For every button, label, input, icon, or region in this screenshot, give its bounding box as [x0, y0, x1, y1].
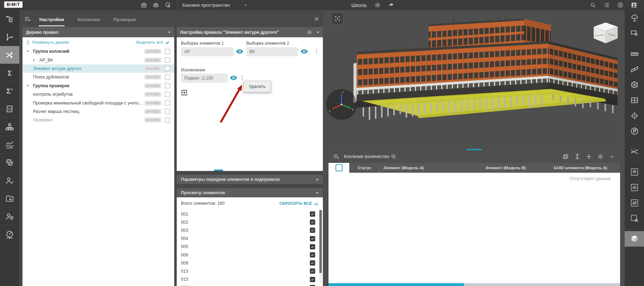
tree-row[interactable]: Группа проверокSHARED [22, 82, 174, 90]
close-icon[interactable] [313, 16, 320, 22]
focus-view-button[interactable] [332, 13, 343, 24]
tree-row[interactable]: АР_ВКSHARED [22, 56, 174, 64]
focus-target-button[interactable] [625, 108, 644, 123]
element-checkbox[interactable] [310, 268, 315, 274]
tab-1[interactable]: Коллизии [77, 14, 100, 26]
app-logo[interactable]: BiMiT [4, 1, 22, 8]
tab-2[interactable]: Проверки [113, 14, 137, 26]
rule-settings-gear-icon[interactable] [307, 30, 312, 35]
row-checkbox[interactable] [165, 83, 170, 88]
view-cube-button[interactable] [625, 231, 644, 247]
element-list-item[interactable]: 015 [177, 275, 318, 284]
user-check-button[interactable] [0, 172, 19, 190]
hide-selection-button[interactable] [625, 195, 644, 211]
selection1-input[interactable]: АР [181, 47, 234, 56]
element-list-item[interactable]: 006 [177, 251, 318, 259]
chevron-down-icon[interactable] [609, 153, 615, 160]
vertical-scrollbar-track[interactable] [319, 210, 322, 284]
tree-button[interactable] [625, 10, 644, 26]
row-checkbox[interactable] [165, 49, 170, 54]
copy-rows-icon[interactable] [562, 153, 569, 160]
rule-tree-header[interactable]: Дерево правил [22, 27, 174, 37]
element-checkbox[interactable] [310, 211, 315, 217]
collision-check-button[interactable] [0, 46, 19, 64]
caret-right-icon[interactable] [33, 59, 36, 62]
element-checkbox[interactable] [310, 260, 315, 266]
tab-0[interactable]: Настройки [39, 14, 65, 26]
show-selection-button[interactable] [625, 180, 644, 195]
axis-gizmo[interactable]: z y x [326, 89, 357, 120]
puzzle-button[interactable] [0, 154, 19, 172]
row-checkbox[interactable] [165, 92, 170, 97]
tree-row[interactable]: Проверка минимальной свободной площади с… [22, 98, 174, 107]
element-checkbox[interactable] [310, 228, 315, 233]
element-list-item[interactable]: 013 [177, 267, 318, 275]
viewport-3d[interactable]: z y x Спереди Справа Коллизии (количеств… [323, 10, 625, 286]
row-checkbox[interactable] [165, 109, 170, 114]
exclusion-visibility-eye-icon[interactable] [230, 75, 238, 81]
column-element-b[interactable]: Элемент (Модель B) [482, 163, 550, 173]
cube-section-button[interactable] [625, 77, 644, 93]
folder-share-button[interactable] [0, 190, 19, 208]
row-checkbox[interactable] [165, 117, 170, 123]
org-chart-button[interactable] [0, 118, 19, 136]
rule-tree-button[interactable] [0, 10, 19, 28]
element-checkbox[interactable] [310, 220, 315, 225]
horizontal-scrollbar-thumb[interactable] [328, 283, 464, 286]
view-cube[interactable]: Спереди Справа [594, 23, 618, 43]
select-all-checkbox[interactable] [336, 164, 343, 171]
grid-axes-button[interactable]: 12 [625, 144, 644, 159]
row-checkbox[interactable] [165, 75, 170, 80]
tree-row[interactable]: Расчет марша лестницSHARED [22, 107, 174, 116]
flag-circle-button[interactable] [625, 123, 644, 139]
branch-button[interactable] [0, 28, 19, 46]
row-height-icon[interactable] [574, 153, 580, 160]
tree-row[interactable]: Элемент внтури другогоSHARED [22, 64, 174, 73]
element-list-item[interactable]: 001 [177, 210, 318, 218]
gauge-button[interactable] [0, 225, 19, 243]
element-checkbox[interactable] [310, 236, 315, 241]
shield-user-button[interactable] [164, 1, 171, 9]
tree-row[interactable]: контроль атрибутовSHARED [22, 90, 174, 98]
exclusion-input[interactable]: Подвал -2,150 [181, 74, 228, 83]
list-button[interactable] [603, 1, 610, 9]
briefcase-button[interactable] [140, 1, 148, 9]
tree-row[interactable]: ПроверкиSHARED [22, 116, 174, 124]
settings-gear-button[interactable] [373, 1, 381, 9]
caret-down-icon[interactable] [26, 51, 29, 53]
rule-config-header[interactable]: Настройка правила "Элемент внтури другог… [177, 27, 323, 37]
selection1-visibility-eye-icon[interactable] [236, 49, 243, 55]
user-location-button[interactable] [0, 208, 19, 225]
sigma-plus-button[interactable]: Σ+ [0, 82, 19, 100]
sigma-button[interactable]: Σ [0, 64, 19, 82]
selection2-input[interactable]: ВК [246, 47, 298, 56]
column-guid-a[interactable]: GUID элемента (Модель А) [550, 163, 620, 173]
row-checkbox[interactable] [165, 100, 170, 106]
table-settings-icon[interactable] [597, 153, 604, 160]
element-list-item[interactable]: 003 [177, 226, 318, 234]
sheet-2d-button[interactable]: 2D [0, 100, 19, 118]
section-plane-button[interactable] [625, 62, 644, 77]
panel-resize-handle[interactable] [214, 170, 223, 171]
reset-all-link[interactable]: СБРОСИТЬ ВСЁ [279, 201, 312, 205]
isolate-selection-button[interactable] [625, 164, 644, 180]
select-region-button[interactable] [625, 26, 644, 41]
caret-down-icon[interactable] [26, 85, 29, 88]
select-all-link[interactable]: Выделить всё [136, 40, 163, 44]
selection2-more-icon[interactable] [313, 47, 320, 56]
account-button[interactable] [630, 1, 638, 9]
row-checkbox[interactable] [165, 57, 170, 63]
overlay-menu-icon[interactable] [24, 15, 31, 23]
share-button[interactable] [387, 1, 395, 9]
expand-tree-link[interactable]: Развернуть дерево [32, 40, 69, 44]
column-element-a[interactable]: Элемент (Модель А) [380, 163, 482, 173]
element-checkbox[interactable] [310, 252, 315, 258]
element-list-item[interactable]: 009 [177, 259, 318, 267]
element-list-item[interactable]: 004 [177, 235, 318, 243]
vertical-scrollbar-thumb[interactable] [319, 210, 322, 273]
chevron-down-icon[interactable] [243, 3, 248, 8]
element-checkbox[interactable] [310, 277, 315, 282]
context-menu-item-delete[interactable]: Удалить [244, 81, 271, 92]
tree-row[interactable]: Поиск дубликатовSHARED [22, 73, 174, 81]
clear-selection-button[interactable] [625, 211, 644, 226]
